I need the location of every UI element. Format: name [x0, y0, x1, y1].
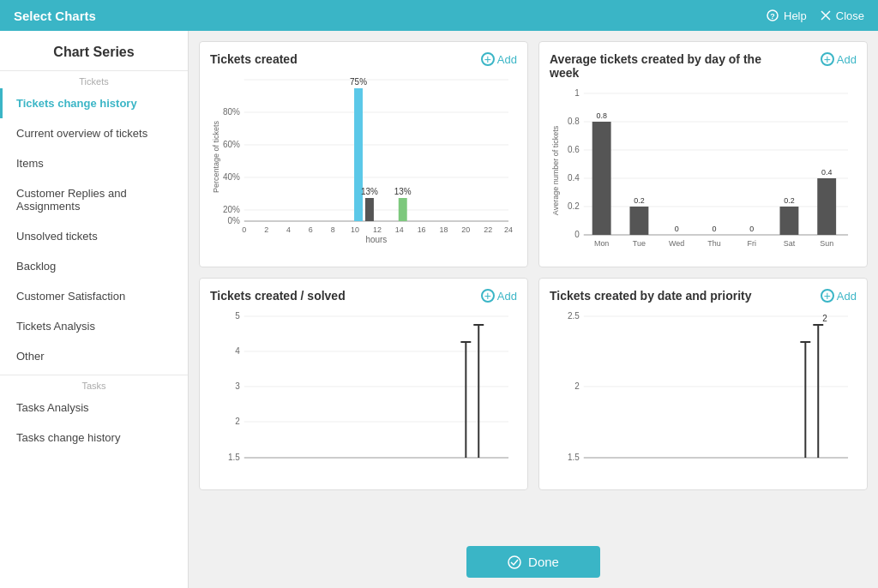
- svg-text:5: 5: [235, 311, 240, 321]
- top-bar: Select Charts ? Help Close: [0, 0, 878, 31]
- svg-text:75%: 75%: [350, 77, 367, 87]
- svg-text:Fri: Fri: [747, 239, 755, 248]
- chart-header-1: Tickets created + Add: [210, 52, 517, 66]
- svg-text:14: 14: [395, 225, 404, 234]
- add-tickets-created-button[interactable]: + Add: [481, 52, 517, 66]
- svg-text:18: 18: [439, 225, 448, 234]
- sidebar-item-customer-satisfaction[interactable]: Customer Satisfaction: [0, 281, 188, 311]
- sidebar-title: Chart Series: [0, 31, 188, 67]
- svg-text:0: 0: [749, 225, 754, 233]
- svg-text:4: 4: [235, 346, 240, 356]
- svg-text:0.2: 0.2: [568, 201, 580, 211]
- help-link[interactable]: ? Help: [767, 9, 807, 22]
- sidebar-item-customer-replies[interactable]: Customer Replies and Assignments: [0, 178, 188, 221]
- svg-text:1.5: 1.5: [568, 453, 580, 462]
- chart-title-4: Tickets created by date and priority: [550, 289, 752, 303]
- svg-text:0: 0: [574, 230, 580, 239]
- svg-text:20: 20: [461, 225, 470, 234]
- svg-text:2: 2: [235, 417, 240, 426]
- chart-header-3: Tickets created / solved + Add: [210, 289, 517, 303]
- checkmark-icon: [508, 555, 521, 569]
- chart-tickets-by-priority: Tickets created by date and priority + A…: [538, 278, 868, 490]
- svg-text:13%: 13%: [394, 187, 412, 196]
- svg-text:0%: 0%: [227, 216, 240, 225]
- sidebar-item-current-overview[interactable]: Current overview of tickets: [0, 118, 188, 148]
- svg-text:0.2: 0.2: [634, 196, 644, 205]
- sidebar-item-tasks-change-history[interactable]: Tasks change history: [0, 423, 188, 453]
- bar-sun: [817, 178, 836, 235]
- chart-header-4: Tickets created by date and priority + A…: [550, 289, 857, 303]
- svg-text:4: 4: [286, 225, 291, 234]
- svg-text:0.2: 0.2: [784, 196, 794, 205]
- svg-text:Average number of tickets: Average number of tickets: [551, 125, 560, 215]
- sidebar: Chart Series Tickets Tickets change hist…: [0, 31, 189, 588]
- bar-13pct-1: [365, 198, 374, 221]
- svg-text:2: 2: [264, 225, 268, 234]
- chart-area-2: 0 0.2 0.4 0.6 0.8 1 0.8 Mon 0.2 Tue: [550, 85, 857, 256]
- svg-text:3: 3: [235, 381, 240, 391]
- svg-text:0.8: 0.8: [596, 111, 606, 120]
- svg-text:2.5: 2.5: [568, 311, 580, 321]
- svg-text:Sun: Sun: [820, 239, 833, 248]
- bar-tue: [629, 207, 648, 235]
- chart-area-4: 1.5 2 2.5 2: [550, 308, 857, 479]
- svg-text:1: 1: [574, 88, 580, 98]
- bar-mon: [592, 122, 611, 235]
- tasks-section-label: Tasks: [0, 375, 188, 393]
- done-overlay: Done: [189, 536, 878, 588]
- svg-text:Tue: Tue: [633, 239, 646, 248]
- bar-sat: [780, 207, 799, 235]
- sidebar-item-tasks-analysis[interactable]: Tasks Analysis: [0, 393, 188, 423]
- sidebar-item-other[interactable]: Other: [0, 341, 188, 371]
- svg-text:20%: 20%: [223, 205, 240, 214]
- bar-13pct-2: [399, 198, 407, 221]
- main-content: Tickets created + Add 0% 20%: [189, 31, 878, 588]
- svg-text:40%: 40%: [223, 172, 240, 182]
- svg-text:60%: 60%: [223, 140, 240, 149]
- add-created-solved-button[interactable]: + Add: [481, 289, 517, 303]
- svg-text:80%: 80%: [223, 107, 240, 117]
- svg-text:0: 0: [712, 225, 716, 233]
- done-button[interactable]: Done: [466, 546, 600, 578]
- svg-text:Wed: Wed: [669, 239, 684, 248]
- svg-text:0: 0: [675, 225, 679, 233]
- chart-area-3: 1.5 2 3 4 5: [210, 308, 517, 479]
- svg-text:8: 8: [331, 225, 335, 234]
- svg-text:0.6: 0.6: [568, 145, 580, 154]
- close-link[interactable]: Close: [821, 9, 864, 22]
- svg-text:hours: hours: [365, 235, 387, 244]
- add-by-priority-button[interactable]: + Add: [821, 289, 857, 303]
- plus-icon-4: +: [821, 289, 834, 303]
- chart-title-1: Tickets created: [210, 52, 298, 66]
- svg-text:12: 12: [373, 225, 382, 234]
- sidebar-item-tickets-analysis[interactable]: Tickets Analysis: [0, 311, 188, 341]
- svg-text:Percentage of tickets: Percentage of tickets: [212, 120, 220, 193]
- svg-text:Mon: Mon: [594, 239, 609, 248]
- sidebar-item-items[interactable]: Items: [0, 148, 188, 178]
- svg-text:13%: 13%: [361, 187, 378, 196]
- svg-text:24: 24: [504, 225, 513, 234]
- svg-point-77: [508, 556, 520, 568]
- svg-text:?: ?: [770, 12, 775, 21]
- sidebar-item-unsolved-tickets[interactable]: Unsolved tickets: [0, 221, 188, 251]
- svg-text:Sat: Sat: [784, 239, 796, 248]
- sidebar-item-backlog[interactable]: Backlog: [0, 251, 188, 281]
- svg-text:22: 22: [484, 225, 492, 234]
- chart-header-2: Average tickets created by day of the we…: [550, 52, 857, 80]
- chart-area-1: 0% 20% 40% 60% 80% 75% 13% 13% 0: [210, 71, 517, 243]
- svg-text:0.4: 0.4: [568, 173, 580, 183]
- svg-text:0.4: 0.4: [821, 168, 832, 177]
- chart-avg-by-day: Average tickets created by day of the we…: [538, 41, 868, 267]
- plus-icon-3: +: [481, 289, 495, 303]
- plus-icon-2: +: [821, 52, 834, 66]
- chart-tickets-created-solved: Tickets created / solved + Add 1.5 2: [199, 278, 528, 490]
- svg-text:2: 2: [822, 314, 827, 323]
- svg-text:0: 0: [242, 225, 246, 234]
- svg-text:Thu: Thu: [707, 239, 720, 248]
- svg-text:1.5: 1.5: [228, 453, 240, 462]
- tickets-section-label: Tickets: [0, 70, 188, 88]
- svg-text:10: 10: [351, 225, 359, 234]
- sidebar-item-tickets-change-history[interactable]: Tickets change history: [0, 88, 188, 118]
- app-title: Select Charts: [14, 9, 96, 23]
- add-avg-by-day-button[interactable]: + Add: [821, 52, 857, 66]
